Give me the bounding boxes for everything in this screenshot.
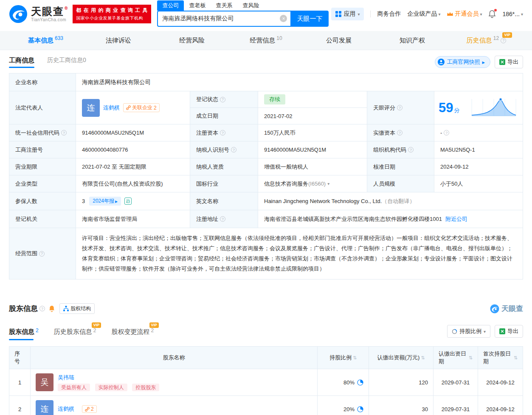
nav-tab-label: 知识产权 (400, 37, 425, 45)
row-index: 2 (9, 396, 31, 415)
nav-tab-label: 经营信息 (250, 37, 275, 45)
menu-business-cooperation[interactable]: 商务合作 (377, 10, 401, 18)
ratio-cell: 20% (318, 396, 369, 415)
reg-status-cell: 存续 (258, 91, 367, 108)
apps-menu[interactable]: 应用 (331, 8, 364, 20)
subtab-business-info[interactable]: 工商信息 (9, 56, 34, 68)
field-label: 人员规模 (367, 175, 434, 192)
score-curve-chart (468, 96, 518, 120)
question-circle-icon[interactable] (501, 38, 506, 43)
related-companies-badge[interactable]: 关联企业 2 (123, 103, 160, 112)
follow-bell-icon[interactable] (48, 305, 55, 312)
sort-icon[interactable] (514, 355, 518, 361)
tianyancha-watermark-icon (490, 304, 499, 313)
question-circle-icon[interactable] (397, 105, 403, 110)
chevron-down-icon[interactable] (327, 181, 329, 186)
tianyan-score-cell[interactable]: 59分 (434, 91, 523, 124)
nav-tab-company-development[interactable]: 公司发展 (303, 31, 376, 50)
export-button[interactable]: 导出 (495, 56, 523, 68)
search-input[interactable] (157, 11, 290, 27)
tag-beneficial-owner[interactable]: 受益所有人 (58, 384, 90, 391)
shareholder-name-link[interactable]: 吴祎琏 (58, 374, 74, 381)
nav-tab-operation-info[interactable]: 经营信息10 (229, 31, 303, 50)
arrow-right-icon (482, 59, 485, 65)
pie-chart-icon[interactable] (357, 379, 363, 386)
pie-chart-icon[interactable] (357, 406, 363, 412)
field-label: 注册资本 (190, 124, 258, 141)
question-circle-icon[interactable] (231, 147, 236, 152)
subscribe-date-cell: 2029-07-31 (433, 369, 478, 395)
question-circle-icon[interactable] (39, 251, 45, 257)
label-text: 注册地址 (196, 215, 218, 223)
nav-tab-legal[interactable]: 法律诉讼 (82, 31, 156, 50)
search-tab-company[interactable]: 查公司 (157, 0, 184, 11)
shareholder-name-link[interactable]: 连鹤棋 (58, 405, 74, 413)
annual-report-badge[interactable]: 2024年报 (89, 197, 121, 206)
bell-icon (48, 305, 55, 312)
column-header: 股东名称 (31, 347, 318, 369)
sort-icon[interactable] (469, 355, 473, 361)
nearby-companies-link[interactable]: 附近公司 (445, 215, 467, 223)
column-header-label: 首次持股日期 (483, 350, 512, 365)
tab-history-shareholders[interactable]: VIP 历史股东信息2 (54, 328, 96, 340)
nav-tab-history-info[interactable]: VIP 历史信息12 (450, 31, 523, 50)
legal-rep-link[interactable]: 连鹤棋 (103, 104, 120, 112)
search-input-wrap (157, 11, 290, 27)
related-companies-badge[interactable]: 2 (82, 405, 97, 413)
excel-icon (499, 59, 505, 65)
search-tab-boss[interactable]: 查老板 (184, 0, 211, 11)
question-circle-icon[interactable] (408, 147, 414, 152)
value-text: 2021-07-02 至 无固定期限 (82, 163, 146, 171)
question-circle-icon[interactable] (220, 97, 225, 102)
tianyancha-logo[interactable]: 天眼查 TianYanCha.com (9, 5, 68, 23)
nav-tab-intellectual-property[interactable]: 知识产权 (376, 31, 450, 50)
question-circle-icon[interactable] (220, 130, 225, 136)
sort-icon[interactable] (421, 355, 425, 361)
ratio-filter-button[interactable]: 持股比例 (447, 325, 490, 338)
field-label: 登记机关 (9, 210, 76, 228)
user-account[interactable]: 186*... (502, 11, 523, 17)
tag-actual-controller[interactable]: 实际控制人 (95, 384, 127, 391)
nav-tab-operation-risk[interactable]: 经营风险 (156, 31, 229, 50)
question-circle-icon[interactable] (444, 130, 449, 136)
tag-controlling-shareholder[interactable]: 控股股东 (132, 384, 159, 391)
column-header-sortable: 认缴出资日期 (433, 347, 478, 369)
notifications-bell[interactable] (488, 10, 496, 18)
column-header: 序号 (9, 347, 31, 369)
subnav: 工商信息 历史工商信息0 工商官网快照 导出 (9, 50, 523, 72)
subtab-history-count: 0 (83, 56, 86, 63)
tab-shareholders[interactable]: 股东信息2 (9, 328, 39, 340)
export-button[interactable]: 导出 (495, 325, 523, 338)
legal-rep-avatar[interactable]: 连 (82, 99, 100, 117)
question-circle-icon[interactable] (39, 306, 45, 311)
company-name-value: 海南旌丞网络科技有限公司 (76, 73, 523, 91)
value-text: 小于50人 (440, 180, 463, 188)
shareholder-avatar[interactable]: 连 (36, 400, 53, 415)
search-button[interactable]: 天眼一下 (290, 11, 329, 27)
trend-icon[interactable]: 趋 (124, 198, 132, 205)
question-circle-icon[interactable] (220, 216, 225, 222)
value-text: 150万人民币 (264, 129, 296, 137)
question-circle-icon[interactable] (397, 130, 403, 136)
column-header-label: 认缴出资额(万元) (377, 354, 420, 361)
official-snapshot-button[interactable]: 工商官网快照 (435, 56, 490, 68)
sort-icon[interactable] (353, 355, 357, 361)
menu-enterprise-products[interactable]: 企业级产品 (407, 10, 440, 18)
shareholder-avatar[interactable]: 吴 (36, 373, 53, 391)
equity-structure-button[interactable]: 股权结构 (59, 303, 95, 314)
industry-value[interactable]: 信息技术咨询服务(I6560) (258, 175, 367, 192)
tab-equity-change-process[interactable]: VIP 股权变更流程2 (111, 328, 154, 340)
question-circle-icon[interactable] (61, 130, 67, 136)
registered-address-value: 海南省澄迈县老城镇高新技术产业示范区海南生态软件园孵化楼四楼1001附近公司 (258, 210, 523, 228)
subtab-history-business-info[interactable]: 历史工商信息0 (47, 56, 86, 68)
value-text: 91460000MA5U2N5Q1M (264, 147, 326, 153)
nav-tab-basic-info[interactable]: 基本信息633 (9, 31, 82, 50)
amount-cell: 30 (369, 396, 433, 415)
menu-open-vip[interactable]: 开通会员 (447, 10, 482, 18)
shareholder-row: 1 吴 吴祎琏 受益所有人 实际控制人 控股股东 80% (9, 369, 523, 395)
search-tab-relation[interactable]: 查关系 (211, 0, 237, 11)
label-text: 国标行业 (196, 180, 218, 188)
related-link-icon (85, 407, 90, 412)
search-tab-risk[interactable]: 查风险 (237, 0, 264, 11)
apps-grid-icon (335, 11, 341, 17)
